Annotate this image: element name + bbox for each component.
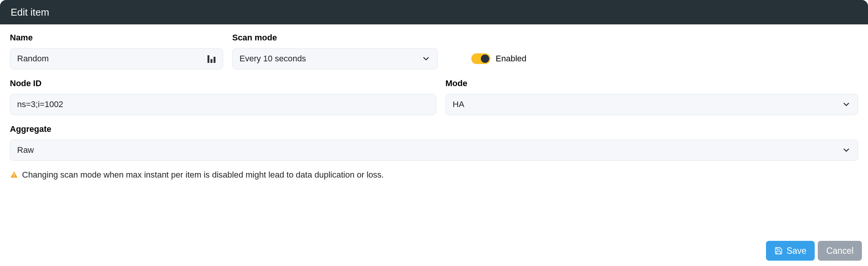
chevron-down-icon [421, 54, 431, 63]
bars-icon[interactable] [207, 54, 216, 63]
panel-title: Edit item [11, 6, 49, 18]
scan-mode-value: Every 10 seconds [239, 54, 421, 64]
svg-rect-1 [14, 176, 14, 177]
node-id-value: ns=3;i=1002 [17, 99, 429, 109]
warning-message: Changing scan mode when max instant per … [10, 170, 858, 180]
mode-value: HA [453, 99, 842, 109]
row-2: Node ID ns=3;i=1002 Mode HA [10, 79, 858, 115]
scan-mode-label: Scan mode [232, 33, 438, 43]
svg-rect-0 [14, 173, 14, 176]
chevron-down-icon [842, 146, 851, 155]
panel-footer: Save Cancel [766, 241, 862, 261]
enabled-label: Enabled [496, 54, 527, 64]
mode-label: Mode [445, 79, 858, 88]
save-button[interactable]: Save [766, 241, 815, 261]
save-label: Save [787, 246, 806, 256]
save-icon [774, 247, 783, 255]
enabled-field: Enabled [471, 48, 527, 69]
chevron-down-icon [842, 100, 851, 109]
scan-mode-field: Scan mode Every 10 seconds [232, 33, 438, 69]
row-1: Name Random Scan mode Every 10 seconds [10, 33, 858, 69]
cancel-label: Cancel [826, 246, 854, 256]
name-label: Name [10, 33, 223, 43]
panel-header: Edit item [0, 0, 868, 24]
node-id-label: Node ID [10, 79, 436, 88]
edit-item-panel: Edit item Name Random Scan mode Every 10… [0, 0, 868, 266]
scan-mode-select[interactable]: Every 10 seconds [232, 48, 438, 69]
aggregate-select[interactable]: Raw [10, 139, 858, 161]
row-3: Aggregate Raw [10, 124, 858, 161]
cancel-button[interactable]: Cancel [818, 241, 862, 261]
aggregate-value: Raw [17, 145, 842, 155]
warning-text: Changing scan mode when max instant per … [22, 170, 384, 180]
name-value: Random [17, 54, 207, 64]
node-id-input[interactable]: ns=3;i=1002 [10, 94, 436, 115]
warning-icon [10, 171, 18, 179]
name-field: Name Random [10, 33, 223, 69]
enabled-toggle[interactable] [471, 53, 490, 64]
node-id-field: Node ID ns=3;i=1002 [10, 79, 436, 115]
mode-select[interactable]: HA [445, 94, 858, 115]
mode-field: Mode HA [445, 79, 858, 115]
name-input[interactable]: Random [10, 48, 223, 69]
aggregate-label: Aggregate [10, 124, 858, 134]
aggregate-field: Aggregate Raw [10, 124, 858, 161]
panel-body: Name Random Scan mode Every 10 seconds [0, 24, 868, 180]
